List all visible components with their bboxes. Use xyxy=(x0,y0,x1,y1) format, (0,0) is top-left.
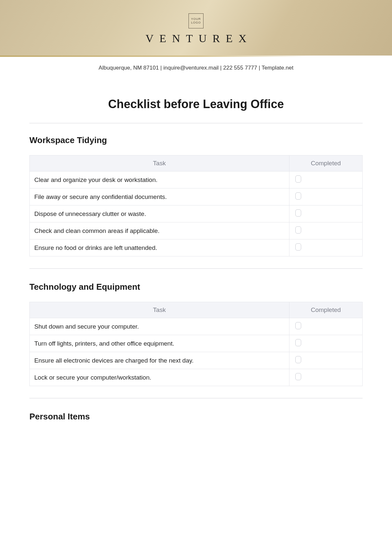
document-title: Checklist before Leaving Office xyxy=(29,97,363,111)
table-header-completed: Completed xyxy=(289,302,362,318)
table-header-task: Task xyxy=(30,155,289,171)
table-row: Turn off lights, printers, and other off… xyxy=(30,335,363,352)
table-row: File away or secure any confidential doc… xyxy=(30,188,363,205)
logo-text-line1: YOUR xyxy=(191,17,201,21)
completed-cell xyxy=(289,188,362,205)
checklist-table-technology: Task Completed Shut down and secure your… xyxy=(29,302,363,386)
task-text: Ensure all electronic devices are charge… xyxy=(30,352,289,369)
table-row: Check and clean common areas if applicab… xyxy=(30,222,363,239)
completed-cell xyxy=(289,222,362,239)
table-header-task: Task xyxy=(30,302,289,318)
completed-cell xyxy=(289,335,362,352)
section-heading-personal: Personal Items xyxy=(29,412,363,422)
title-divider xyxy=(29,123,363,123)
table-row: Dispose of unnecessary clutter or waste. xyxy=(30,205,363,222)
logo-text-line2: LOGO xyxy=(191,21,201,24)
table-row: Clear and organize your desk or workstat… xyxy=(30,171,363,188)
completed-cell xyxy=(289,171,362,188)
section-divider xyxy=(29,398,363,399)
table-row: Ensure no food or drinks are left unatte… xyxy=(30,239,363,256)
completed-cell xyxy=(289,352,362,369)
header-banner: YOUR LOGO VENTUREX xyxy=(0,0,392,56)
task-text: Shut down and secure your computer. xyxy=(30,318,289,335)
table-row: Shut down and secure your computer. xyxy=(30,318,363,335)
table-header-completed: Completed xyxy=(289,155,362,171)
checkbox-icon[interactable] xyxy=(295,209,301,217)
section-heading-workspace: Workspace Tidying xyxy=(29,135,363,145)
task-text: Turn off lights, printers, and other off… xyxy=(30,335,289,352)
table-row: Lock or secure your computer/workstation… xyxy=(30,369,363,386)
task-text: Lock or secure your computer/workstation… xyxy=(30,369,289,386)
section-heading-technology: Technology and Equipment xyxy=(29,282,363,292)
checkbox-icon[interactable] xyxy=(295,322,301,329)
page-content: Checklist before Leaving Office Workspac… xyxy=(0,74,392,422)
completed-cell xyxy=(289,318,362,335)
table-row: Ensure all electronic devices are charge… xyxy=(30,352,363,369)
task-text: Check and clean common areas if applicab… xyxy=(30,222,289,239)
completed-cell xyxy=(289,205,362,222)
checkbox-icon[interactable] xyxy=(295,373,301,380)
task-text: Dispose of unnecessary clutter or waste. xyxy=(30,205,289,222)
checklist-table-workspace: Task Completed Clear and organize your d… xyxy=(29,155,363,256)
task-text: Clear and organize your desk or workstat… xyxy=(30,171,289,188)
completed-cell xyxy=(289,239,362,256)
task-text: Ensure no food or drinks are left unatte… xyxy=(30,239,289,256)
contact-line: Albuquerque, NM 87101 | inquire@venturex… xyxy=(0,57,392,74)
task-text: File away or secure any confidential doc… xyxy=(30,188,289,205)
section-divider xyxy=(29,268,363,269)
logo-placeholder: YOUR LOGO xyxy=(188,13,204,28)
completed-cell xyxy=(289,369,362,386)
checkbox-icon[interactable] xyxy=(295,339,301,346)
checkbox-icon[interactable] xyxy=(295,175,301,183)
checkbox-icon[interactable] xyxy=(295,226,301,234)
brand-name: VENTUREX xyxy=(139,32,252,45)
checkbox-icon[interactable] xyxy=(295,192,301,200)
checkbox-icon[interactable] xyxy=(295,243,301,251)
checkbox-icon[interactable] xyxy=(295,356,301,363)
